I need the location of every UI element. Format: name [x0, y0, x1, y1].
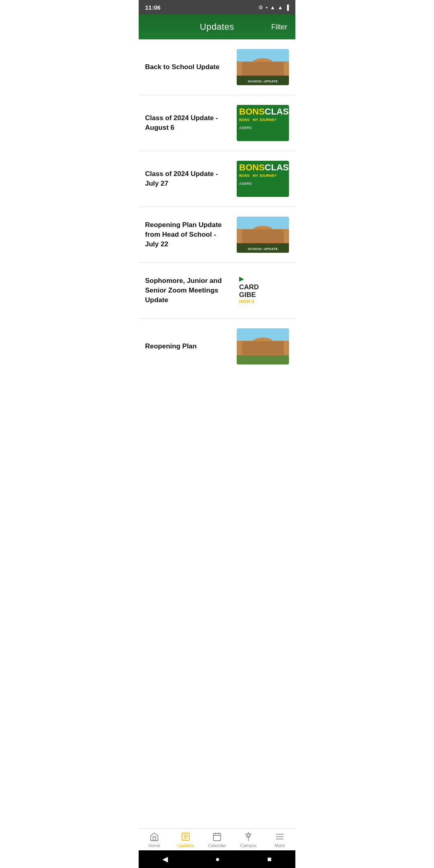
update-text: Class of 2024 Update - August 6: [145, 113, 237, 133]
update-item[interactable]: Reopening Plan: [139, 319, 295, 374]
nav-label-updates: Updates: [178, 843, 194, 848]
more-icon: [275, 832, 285, 841]
update-thumbnail: BONS CLASSO BONS MY JOURNEY ADERS: [237, 105, 289, 141]
back-button[interactable]: ◀: [162, 855, 168, 864]
nav-item-updates[interactable]: Updates: [174, 832, 198, 848]
status-time: 11:06: [145, 4, 160, 11]
update-title: Reopening Plan Update from Head of Schoo…: [145, 221, 222, 248]
nav-item-more[interactable]: More: [268, 832, 292, 848]
updates-icon: [181, 832, 190, 841]
update-thumbnail: SCHOOL UPDATE: [237, 49, 289, 85]
filter-button[interactable]: Filter: [271, 23, 287, 31]
update-title: Sophomore, Junior and Senior Zoom Meetin…: [145, 277, 222, 304]
battery-icon: ▐: [285, 4, 289, 10]
update-thumbnail: BONS CLASSO BONS MY JOURNEY ADERS: [237, 161, 289, 197]
thumb-label: SCHOOL UPDATE: [248, 80, 278, 83]
header: Updates Filter: [139, 14, 295, 39]
update-item[interactable]: Reopening Plan Update from Head of Schoo…: [139, 207, 295, 263]
status-icons: ⚙ ▪ ▲ ▲ ▐: [258, 4, 289, 10]
update-title: Back to School Update: [145, 63, 219, 71]
update-title: Class of 2024 Update - July 27: [145, 170, 218, 187]
update-item[interactable]: Sophomore, Junior and Senior Zoom Meetin…: [139, 263, 295, 319]
nav-label-more: More: [274, 843, 285, 848]
recent-button[interactable]: ■: [267, 855, 272, 864]
update-text: Reopening Plan Update from Head of Schoo…: [145, 220, 237, 249]
update-text: Reopening Plan: [145, 342, 237, 351]
nav-label-home: Home: [148, 843, 160, 848]
nav-item-campus[interactable]: Campus: [236, 832, 260, 848]
update-text: Class of 2024 Update - July 27: [145, 169, 237, 188]
wifi-icon: ▲: [270, 4, 275, 10]
sim-icon: ▪: [266, 4, 268, 10]
signal-icon: ▲: [278, 4, 283, 10]
android-nav: ◀ ● ■: [139, 850, 295, 868]
update-thumbnail: ▶ CARD GIBE HIGH S: [237, 272, 289, 309]
calendar-icon: [212, 832, 222, 841]
update-item[interactable]: Class of 2024 Update - August 6 BONS CLA…: [139, 95, 295, 151]
update-title: Class of 2024 Update - August 6: [145, 114, 218, 131]
svg-rect-4: [213, 833, 221, 841]
update-thumbnail: SCHOOL UPDATE: [237, 217, 289, 253]
status-bar: 11:06 ⚙ ▪ ▲ ▲ ▐: [139, 0, 295, 14]
nav-label-campus: Campus: [240, 843, 257, 848]
home-button[interactable]: ●: [215, 855, 220, 864]
update-item[interactable]: Back to School Update SCHOOL UPDATE: [139, 39, 295, 95]
bottom-nav: Home Updates Calendar Campus: [139, 828, 295, 850]
home-icon: [149, 832, 159, 841]
thumb-label: SCHOOL UPDATE: [248, 247, 278, 251]
update-item[interactable]: Class of 2024 Update - July 27 BONS CLAS…: [139, 151, 295, 207]
campus-icon: [244, 832, 253, 841]
update-text: Sophomore, Junior and Senior Zoom Meetin…: [145, 276, 237, 305]
nav-label-calendar: Calendar: [208, 843, 226, 848]
nav-item-home[interactable]: Home: [142, 832, 166, 848]
page-title: Updates: [200, 22, 234, 32]
update-text: Back to School Update: [145, 62, 237, 72]
update-title: Reopening Plan: [145, 342, 197, 350]
update-list: Back to School Update SCHOOL UPDATE Clas…: [139, 39, 295, 374]
update-thumbnail: [237, 328, 289, 364]
nav-item-calendar[interactable]: Calendar: [205, 832, 229, 848]
settings-icon: ⚙: [258, 4, 263, 10]
